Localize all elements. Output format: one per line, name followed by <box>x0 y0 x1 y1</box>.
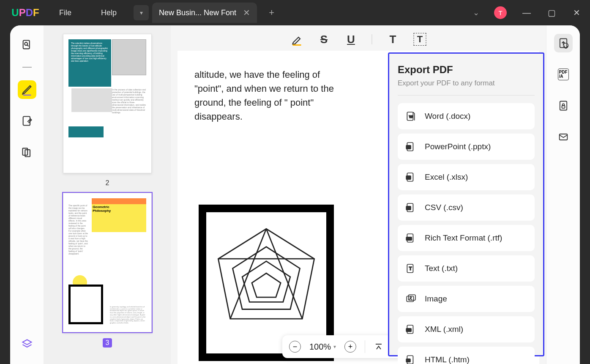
svg-marker-11 <box>252 273 281 297</box>
export-format-text-txt-[interactable]: TText (.txt) <box>398 255 535 282</box>
export-divider <box>398 95 535 96</box>
export-format-xml-xml-[interactable]: </>XML (.xml) <box>398 316 535 342</box>
page-paragraph: altitude, we have the feeling of "point"… <box>194 68 339 123</box>
export-format-powerpoint-pptx-[interactable]: PPowerPoint (.pptx) <box>398 134 535 160</box>
svg-text:X: X <box>407 175 410 179</box>
svg-rect-0 <box>23 41 29 49</box>
first-page-button[interactable] <box>374 342 384 352</box>
thumbnail-page-2[interactable]: The scientist makes observations through… <box>63 34 152 173</box>
export-format-excel-xlsx-[interactable]: XExcel (.xlsx) <box>398 164 535 190</box>
export-format-label: CSV (.csv) <box>425 203 463 212</box>
export-format-label: HTML (.htm) <box>425 355 470 364</box>
organize-tool[interactable] <box>18 143 36 161</box>
export-subtitle: Export your PDF to any format <box>398 79 535 88</box>
svg-rect-45 <box>559 134 567 140</box>
rail-divider <box>22 67 32 68</box>
tab-list-dropdown[interactable]: ▾ <box>134 5 149 20</box>
window-chevron[interactable]: ⌄ <box>473 8 479 17</box>
protect-button[interactable] <box>554 96 573 115</box>
close-window-button[interactable]: ✕ <box>571 8 582 18</box>
menu-file[interactable]: File <box>59 8 71 17</box>
edit-tool[interactable] <box>18 112 36 130</box>
export-title: Export PDF <box>398 64 535 76</box>
minimize-button[interactable]: — <box>522 8 532 18</box>
format-toolbar: S U T T <box>291 33 426 46</box>
zoom-value[interactable]: 100%▾ <box>309 342 336 352</box>
svg-text:</>: </> <box>407 328 410 331</box>
app-logo: UPDF <box>0 7 51 19</box>
thumbnail-number-selected: 3 <box>103 338 112 348</box>
maximize-button[interactable]: ▢ <box>546 8 557 18</box>
svg-text:C: C <box>407 206 410 210</box>
thumb-image <box>112 39 146 75</box>
toolbar-divider <box>372 34 372 44</box>
annotate-tool[interactable] <box>18 80 36 99</box>
bar-divider <box>365 340 365 353</box>
new-tab-button[interactable]: + <box>269 7 274 18</box>
export-format-label: Image <box>425 294 447 304</box>
svg-text:H: H <box>407 359 409 361</box>
export-format-label: Rich Text Format (.rtf) <box>425 233 502 243</box>
typewriter-tool[interactable]: T <box>414 33 426 46</box>
thumb-image <box>71 88 112 112</box>
export-format-label: Word (.docx) <box>425 112 470 121</box>
search-tool[interactable] <box>18 36 36 54</box>
document-tab[interactable]: New Busin... New Font ✕ <box>152 3 257 23</box>
svg-text:W: W <box>409 114 413 119</box>
text-tool[interactable]: T <box>387 33 399 46</box>
layers-button[interactable] <box>18 335 36 353</box>
svg-rect-44 <box>562 106 565 108</box>
export-format-image[interactable]: Image <box>398 286 535 312</box>
export-format-html-htm-[interactable]: HHTML (.htm) <box>398 347 535 364</box>
svg-marker-10 <box>242 261 290 302</box>
export-format-csv-csv-[interactable]: CCSV (.csv) <box>398 194 535 221</box>
strikethrough-tool[interactable]: S <box>318 33 331 46</box>
thumb-yellow-panel: Geometric Philosophy <box>92 204 146 232</box>
zoom-out-button[interactable]: − <box>289 341 301 353</box>
titlebar: UPDF File Help ▾ New Busin... New Font ✕… <box>0 0 590 25</box>
workspace: The scientist makes observations through… <box>10 25 580 364</box>
thumb-block <box>68 126 104 137</box>
tab-close-button[interactable]: ✕ <box>243 8 250 18</box>
export-format-label: PowerPoint (.pptx) <box>425 142 491 151</box>
share-button[interactable] <box>554 128 573 146</box>
thumb-block: The scientist makes observations through… <box>68 39 111 87</box>
left-rail <box>10 25 44 364</box>
pdfa-button[interactable]: PDF/A <box>554 65 573 84</box>
zoom-in-button[interactable]: + <box>344 341 356 353</box>
export-format-word-docx-[interactable]: WWord (.docx) <box>398 103 535 129</box>
export-panel: Export PDF Export your PDF to any format… <box>388 52 544 356</box>
export-pdf-button[interactable] <box>554 34 573 52</box>
menu-help[interactable]: Help <box>101 8 117 17</box>
underline-tool[interactable]: U <box>345 33 358 46</box>
thumb-photo <box>68 285 103 324</box>
thumbnail-number: 2 <box>106 179 109 187</box>
svg-text:RTF: RTF <box>407 237 411 240</box>
svg-text:P: P <box>407 145 410 149</box>
export-format-label: Text (.txt) <box>425 264 458 273</box>
svg-line-2 <box>27 45 29 47</box>
export-format-label: Excel (.xlsx) <box>425 172 468 182</box>
export-format-rich-text-format-rtf-[interactable]: RTFRich Text Format (.rtf) <box>398 225 535 251</box>
thumb-bodytext: In geometry, topology, and related branc… <box>110 306 146 324</box>
highlighter-tool[interactable] <box>291 33 303 46</box>
svg-line-14 <box>266 229 302 319</box>
tab-title: New Busin... New Font <box>159 8 236 17</box>
thumb-sidetext: The specific point of the image can be e… <box>68 204 89 255</box>
export-format-label: XML (.xml) <box>425 325 463 334</box>
thumbnail-page-3[interactable]: Geometric Philosophy The specific point … <box>63 193 152 332</box>
thumbnail-panel[interactable]: The scientist makes observations through… <box>44 25 171 364</box>
user-avatar[interactable]: T <box>494 6 507 19</box>
right-rail: PDF/A <box>546 25 580 364</box>
svg-text:T: T <box>409 266 412 271</box>
svg-line-12 <box>230 229 266 319</box>
thumb-text: In the process of data collection and pr… <box>112 87 146 115</box>
thumb-header <box>92 198 146 204</box>
